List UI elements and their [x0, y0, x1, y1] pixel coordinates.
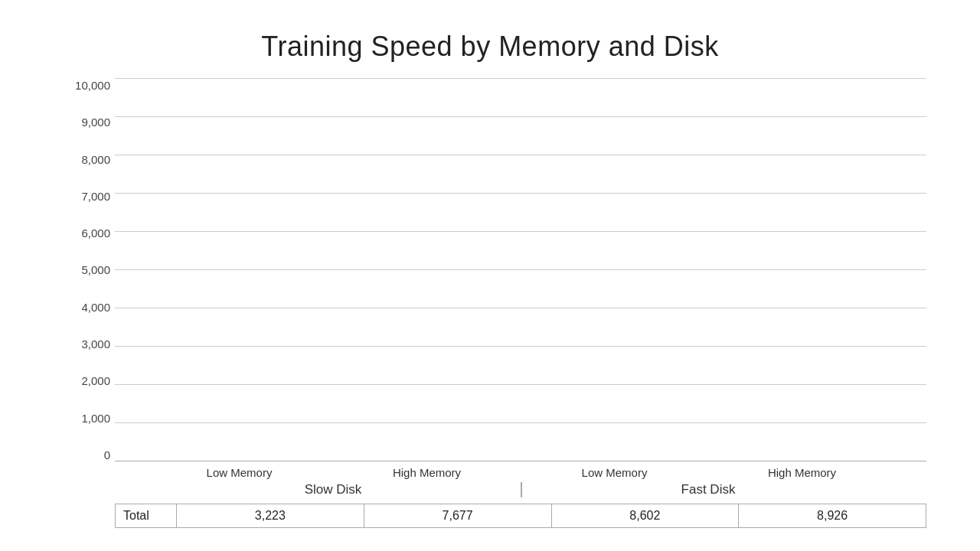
- chart-area: 10,000 9,000 8,000 7,000 6,000 5,000 4,0…: [54, 78, 926, 497]
- y-label-1000: 1,000: [81, 412, 110, 424]
- y-label-9000: 9,000: [81, 116, 110, 128]
- y-label-7000: 7,000: [81, 191, 110, 202]
- x-label-high-memory-slow: High Memory: [385, 466, 469, 479]
- x-label-high-memory-fast: High Memory: [760, 466, 844, 479]
- y-label-10000: 10,000: [75, 80, 110, 91]
- y-axis-labels: 10,000 9,000 8,000 7,000 6,000 5,000 4,0…: [54, 78, 110, 461]
- x-axis: Low Memory High Memory Low Memory High M…: [115, 461, 926, 497]
- table-cell-low-memory-slow: 3,223: [177, 504, 364, 528]
- y-label-5000: 5,000: [81, 264, 110, 276]
- data-table: Total 3,223 7,677 8,602 8,926: [115, 504, 926, 528]
- bars-row: [115, 78, 926, 461]
- y-label-0: 0: [104, 449, 110, 461]
- y-label-6000: 6,000: [81, 227, 110, 239]
- x-group-fast-disk: Fast Disk: [616, 482, 800, 497]
- y-label-4000: 4,000: [81, 302, 110, 313]
- y-label-3000: 3,000: [81, 338, 110, 350]
- x-group-slow-disk: Slow Disk: [241, 482, 425, 497]
- chart-container: Training Speed by Memory and Disk: [31, 15, 949, 536]
- y-label-8000: 8,000: [81, 154, 110, 165]
- table-cell-low-memory-fast: 8,602: [551, 504, 739, 528]
- x-groups-row: Slow Disk Fast Disk: [115, 482, 926, 497]
- table-cell-high-memory-fast: 8,926: [739, 504, 926, 528]
- x-label-low-memory-fast: Low Memory: [573, 466, 657, 479]
- x-labels-top: Low Memory High Memory Low Memory High M…: [115, 466, 926, 479]
- chart-title: Training Speed by Memory and Disk: [261, 31, 718, 63]
- x-label-low-memory-slow: Low Memory: [198, 466, 282, 479]
- table-cell-high-memory-slow: 7,677: [364, 504, 551, 528]
- chart-body: 10,000 9,000 8,000 7,000 6,000 5,000 4,0…: [115, 78, 926, 497]
- table-row: Total 3,223 7,677 8,602 8,926: [116, 504, 926, 528]
- group-divider: [521, 482, 522, 497]
- bars-and-grid: 10,000 9,000 8,000 7,000 6,000 5,000 4,0…: [115, 78, 926, 461]
- table-row-label: Total: [116, 504, 177, 528]
- y-label-2000: 2,000: [81, 375, 110, 386]
